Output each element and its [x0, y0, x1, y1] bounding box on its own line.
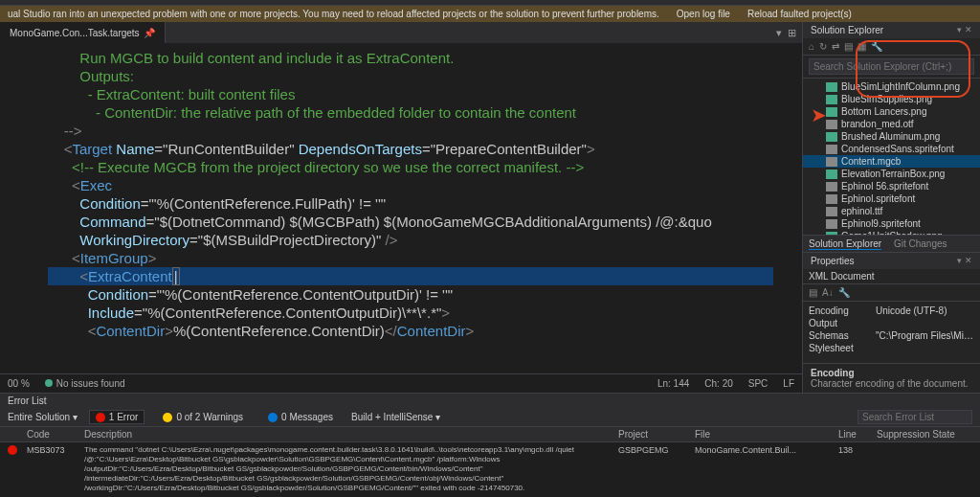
properties-header: Properties ▾ ✕	[803, 253, 980, 269]
explorer-toolbar: ⌂ ↻ ⇄ ▤ ▦ 🔧	[803, 38, 980, 56]
solution-explorer-header: Solution Explorer ▾ ✕	[803, 22, 980, 38]
error-columns: Code Description Project File Line Suppr…	[0, 426, 980, 442]
reload-projects-link[interactable]: Reload faulted project(s)	[747, 9, 852, 19]
dropdown-icon[interactable]: ▾	[776, 27, 782, 39]
pin-icon[interactable]: 📌	[144, 28, 155, 38]
properties-grid[interactable]: EncodingUnicode (UTF-8)OutputSchemas"C:\…	[803, 302, 980, 357]
tree-item[interactable]: ElevationTerrainBox.png	[803, 168, 980, 180]
errors-filter[interactable]: 1 Error	[89, 410, 145, 424]
error-icon	[8, 445, 17, 455]
code-editor[interactable]: Run MGCB to build content and include it…	[0, 43, 802, 373]
file-icon	[826, 194, 837, 204]
file-icon	[826, 82, 837, 92]
file-icon	[826, 107, 837, 117]
editor-status-bar: 00 % No issues found Ln: 144 Ch: 20 SPC …	[0, 373, 802, 393]
props-context: XML Document	[803, 269, 980, 284]
tree-item[interactable]: Game1UnitShadow.png	[803, 230, 980, 235]
messages-filter[interactable]: 0 Messages	[261, 410, 340, 424]
tree-item[interactable]: Brushed Aluminum.png	[803, 130, 980, 143]
tab-solution-explorer[interactable]: Solution Explorer	[809, 238, 881, 250]
error-search-input[interactable]	[858, 410, 972, 424]
file-icon	[826, 232, 837, 236]
file-icon	[826, 120, 837, 129]
show-all-icon[interactable]: ▦	[858, 41, 866, 52]
tree-item[interactable]: BlueSimSupplies.png	[803, 93, 980, 105]
property-row[interactable]: EncodingUnicode (UTF-8)	[809, 305, 974, 317]
file-icon	[826, 207, 837, 216]
solution-tree[interactable]: BlueSimLightInfColumn.pngBlueSimSupplies…	[803, 79, 980, 235]
props-icon[interactable]: 🔧	[838, 287, 850, 298]
open-log-link[interactable]: Open log file	[677, 9, 730, 19]
file-icon	[826, 95, 837, 104]
tree-item[interactable]: CondensedSans.spritefont	[803, 143, 980, 155]
categorize-icon[interactable]: ▤	[809, 287, 817, 298]
tree-item[interactable]: BlueSimLightInfColumn.png	[803, 80, 980, 93]
error-row[interactable]: MSB3073 The command "dotnet C:\Users\Ezr…	[0, 442, 980, 496]
tab-targets-file[interactable]: MonoGame.Con...Task.targets 📌	[0, 22, 166, 43]
tree-item[interactable]: ephinol.ttf	[803, 205, 980, 217]
error-list-title: Error List	[0, 394, 980, 408]
property-row[interactable]: Schemas"C:\Program Files\Microsoft Visu	[809, 329, 974, 342]
file-icon	[826, 219, 837, 229]
file-icon	[826, 145, 837, 154]
file-icon	[826, 169, 837, 179]
tree-item[interactable]: Ephinol.spritefont	[803, 192, 980, 205]
file-icon	[826, 132, 837, 142]
properties-icon[interactable]: 🔧	[871, 41, 882, 52]
tab-git-changes[interactable]: Git Changes	[894, 238, 947, 249]
property-row[interactable]: Output	[809, 317, 974, 329]
warnings-filter[interactable]: 0 of 2 Warnings	[156, 410, 250, 424]
pin-icon[interactable]: ▾ ✕	[957, 25, 972, 35]
file-icon	[826, 157, 837, 167]
error-list-panel: Error List Entire Solution ▾ 1 Error 0 o…	[0, 393, 980, 494]
explorer-bottom-tabs: Solution Explorer Git Changes	[803, 235, 980, 252]
save-icon[interactable]: ▤	[844, 41, 853, 52]
home-icon[interactable]: ⌂	[809, 41, 814, 52]
tree-item[interactable]: Content.mgcb	[803, 155, 980, 168]
tree-item[interactable]: Ephinol9.spritefont	[803, 217, 980, 230]
tree-item[interactable]: brandon_med.otf	[803, 118, 980, 130]
property-description: Encoding Character encoding of the docum…	[803, 363, 980, 393]
file-icon	[826, 182, 837, 192]
build-dropdown[interactable]: Build + IntelliSense ▾	[351, 412, 440, 422]
scope-dropdown[interactable]: Entire Solution ▾	[8, 412, 78, 422]
notif-msg: ual Studio ran into an unexpected proble…	[8, 9, 659, 19]
window-icon[interactable]: ⊞	[788, 27, 796, 39]
tree-item[interactable]: Ephinol 56.spritefont	[803, 180, 980, 192]
property-row[interactable]: Stylesheet	[809, 342, 974, 354]
tree-item[interactable]: Bottom Lancers.png	[803, 105, 980, 118]
refresh-icon[interactable]: ↻	[819, 41, 827, 52]
pin-icon[interactable]: ▾ ✕	[957, 256, 972, 266]
notification-bar: ual Studio ran into an unexpected proble…	[0, 6, 980, 22]
alpha-icon[interactable]: A↓	[822, 287, 834, 298]
sync-icon[interactable]: ⇄	[832, 41, 839, 52]
explorer-search-input[interactable]	[809, 58, 974, 75]
editor-tabs: MonoGame.Con...Task.targets 📌 ▾ ⊞	[0, 22, 802, 43]
